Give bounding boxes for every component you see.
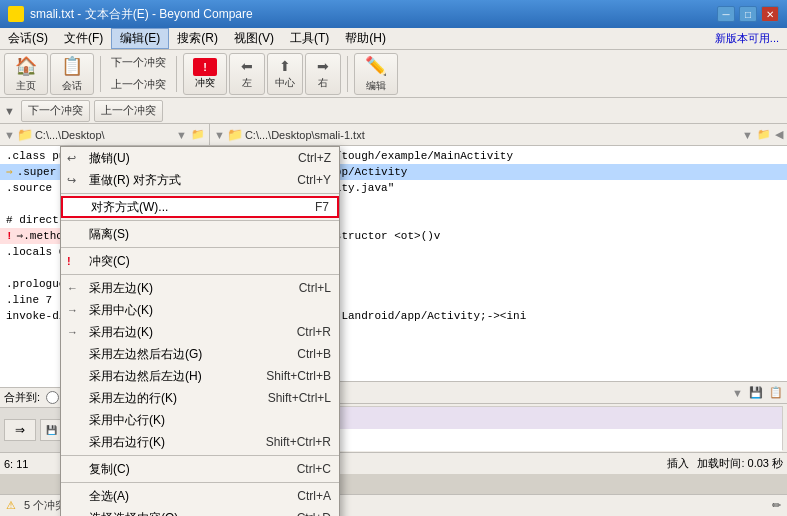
menu-edit-align[interactable]: 对齐方式(W)... F7 [61,196,339,218]
secondary-toolbar: ▼ 下一个冲突 上一个冲突 [0,98,787,124]
prev-conflict-sec-btn[interactable]: 上一个冲突 [94,100,163,122]
minimize-button[interactable]: ─ [717,6,735,22]
menu-edit-conflict[interactable]: ! 冲突(C) [61,250,339,272]
menu-edit-select-all[interactable]: 全选(A) Ctrl+A [61,485,339,507]
undo-icon: ↩ [67,152,76,165]
menu-edit-center-line[interactable]: 采用中心行(K) [61,409,339,431]
app-icon [8,6,24,22]
edit-dropdown-menu: ↩ 撤销(U) Ctrl+Z ↪ 重做(R) 对齐方式 Ctrl+Y 对齐方式(… [60,146,340,516]
merge-save-btn[interactable]: 💾 [40,419,62,441]
session-icon: 📋 [61,55,83,77]
use-left-icon: ← [67,282,78,294]
merge-arrow-btn[interactable]: ⇒ [4,419,36,441]
menu-item-edit[interactable]: 编辑(E) [111,28,169,49]
left-label: 左 [242,76,252,90]
edit-label: 编辑 [366,79,386,93]
left-arrow-icon: ⬅ [241,58,253,74]
warning-icon: ⚠ [6,499,16,512]
menu-edit-left-line[interactable]: 采用左边的行(K) Shift+Ctrl+L [61,387,339,409]
separator-2 [61,220,339,221]
separator-4 [61,274,339,275]
edit-status-icon: ✏ [772,499,781,512]
home-button[interactable]: 🏠 主页 [4,53,48,95]
close-button[interactable]: ✕ [761,6,779,22]
menu-item-view[interactable]: 视图(V) [226,28,282,49]
menu-item-help[interactable]: 帮助(H) [337,28,394,49]
menu-edit-select-content[interactable]: 选择选择内容(O) Ctrl+D [61,507,339,516]
separator-3 [61,247,339,248]
right-path: C:\...\Desktop\smali-1.txt [245,129,365,141]
conflict-icon: ! [193,58,217,76]
toolbar-divider-1 [100,56,101,92]
redo-icon: ↪ [67,174,76,187]
title-controls[interactable]: ─ □ ✕ [717,6,779,22]
session-label: 会话 [62,79,82,93]
next-conflict-label: 下一个冲突 [107,53,170,73]
left-nav-button[interactable]: ⬅ 左 [229,53,265,95]
edit-icon: ✏️ [365,55,387,77]
main-area: ▼ 📁 C:\...\Desktop\ ▼ 📁 .class pub ⇒ .su… [0,124,787,474]
title-bar: smali.txt - 文本合并(E) - Beyond Compare ─ □… [0,0,787,28]
main-toolbar: 🏠 主页 📋 会话 下一个冲突 上一个冲突 ! 冲突 ⬅ 左 ⬆ 中心 ➡ 右 … [0,50,787,98]
update-link[interactable]: 新版本可用... [715,31,787,46]
insert-label: 插入 [667,456,689,471]
prev-conflict-label: 上一个冲突 [107,75,170,95]
title-bar-left: smali.txt - 文本合并(E) - Beyond Compare [8,6,253,23]
window-title: smali.txt - 文本合并(E) - Beyond Compare [30,6,253,23]
menu-item-tools[interactable]: 工具(T) [282,28,337,49]
menu-edit-right-line[interactable]: 采用右边行(K) Shift+Ctrl+R [61,431,339,453]
separator-5 [61,455,339,456]
right-folder-icon: 📁 [227,127,243,142]
use-center-icon: → [67,304,78,316]
conflict-small-icon: ! [67,255,71,267]
menu-edit-right-then-left[interactable]: 采用右边然后左边(H) Shift+Ctrl+B [61,365,339,387]
conflict-label: 冲突 [195,76,215,90]
menu-bar: 会话(S) 文件(F) 编辑(E) 搜索(R) 视图(V) 工具(T) 帮助(H… [0,28,787,50]
maximize-button[interactable]: □ [739,6,757,22]
merge-left-radio[interactable] [46,391,59,404]
left-folder-icon: 📁 [17,127,33,142]
right-nav-button[interactable]: ➡ 右 [305,53,341,95]
menu-item-search[interactable]: 搜索(R) [169,28,226,49]
down-arrow-label: ▼ [4,105,15,117]
left-line-arrow: ⇒ [6,164,13,180]
menu-edit-redo[interactable]: ↪ 重做(R) 对齐方式 Ctrl+Y [61,169,339,191]
center-label: 中心 [275,76,295,90]
conflict-marker: ! [6,228,13,244]
edit-button[interactable]: ✏️ 编辑 [354,53,398,95]
left-path: C:\...\Desktop\ [35,129,105,141]
use-right-icon: → [67,326,78,338]
center-nav-button[interactable]: ⬆ 中心 [267,53,303,95]
left-path-bar: ▼ 📁 C:\...\Desktop\ ▼ 📁 [0,124,209,146]
menu-item-session[interactable]: 会话(S) [0,28,56,49]
menu-edit-copy[interactable]: 复制(C) Ctrl+C [61,458,339,480]
right-path-bar: ▼ 📁 C:\...\Desktop\smali-1.txt ▼ 📁 ◀ [210,124,787,146]
home-label: 主页 [16,79,36,93]
right-label: 右 [318,76,328,90]
home-icon: 🏠 [15,55,37,77]
session-button[interactable]: 📋 会话 [50,53,94,95]
left-line-info: 6: 11 [4,458,28,470]
center-arrow-icon: ⬆ [279,58,291,74]
merge-label: 合并到: [4,390,40,405]
menu-edit-use-right[interactable]: → 采用右边(K) Ctrl+R [61,321,339,343]
separator-1 [61,193,339,194]
right-arrow-icon: ➡ [317,58,329,74]
toolbar-divider-3 [347,56,348,92]
toolbar-divider-2 [176,56,177,92]
next-conflict-sec-btn[interactable]: 下一个冲突 [21,100,90,122]
menu-edit-use-left[interactable]: ← 采用左边(K) Ctrl+L [61,277,339,299]
conflict-button[interactable]: ! 冲突 [183,53,227,95]
menu-edit-use-center[interactable]: → 采用中心(K) [61,299,339,321]
menu-edit-undo[interactable]: ↩ 撤销(U) Ctrl+Z [61,147,339,169]
menu-edit-isolate[interactable]: 隔离(S) [61,223,339,245]
menu-item-file[interactable]: 文件(F) [56,28,111,49]
menu-edit-left-then-right[interactable]: 采用左边然后右边(G) Ctrl+B [61,343,339,365]
separator-6 [61,482,339,483]
load-time-label: 加载时间: 0.03 秒 [697,456,783,471]
merge-arrow-icon: ⇒ [15,423,25,437]
